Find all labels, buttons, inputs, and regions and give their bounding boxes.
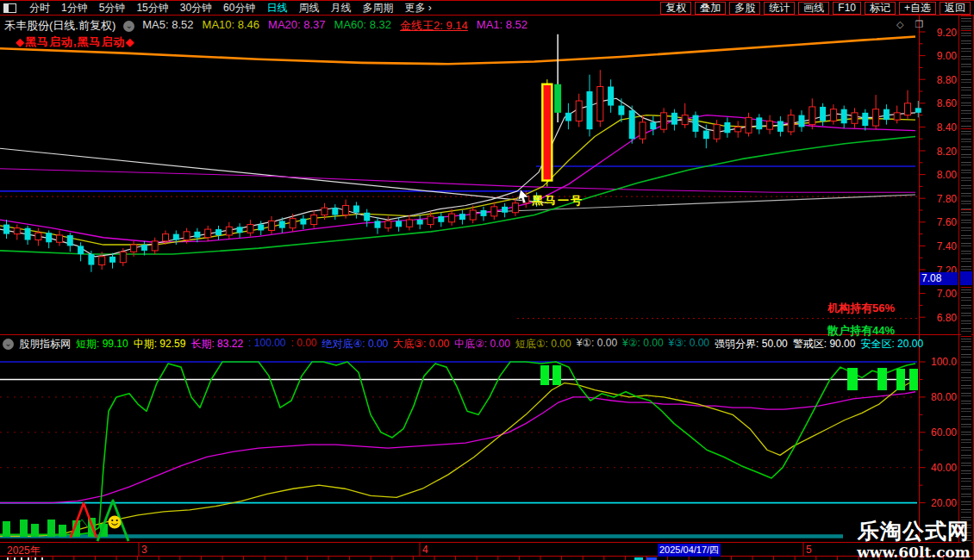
date-label: 3 — [141, 544, 147, 556]
watermark-url: www.60lt.com — [856, 544, 971, 560]
right-edge-strip[interactable] — [958, 16, 973, 543]
indicator-stat: ¥②: 0.00 — [622, 337, 663, 352]
indicator-tick-label: 100.0 — [922, 356, 957, 368]
top-toolbar: 分时1分钟5分钟15分钟30分钟60分钟日线周线月线多周期更多 › 复权叠加多股… — [0, 0, 974, 16]
toolbar-button-+自选[interactable]: +自选 — [899, 2, 936, 15]
layout-split-icon[interactable] — [3, 3, 16, 13]
ma-label: MA60: 8.32 — [334, 18, 392, 34]
indicator-stat: : 100.00 — [248, 337, 285, 352]
indicator-stat: 长期: 83.22 — [190, 337, 243, 352]
strip-segment[interactable] — [961, 287, 971, 336]
indicator-tick-label: 80.00 — [922, 391, 957, 403]
indicator-stat: 中底②: 0.00 — [454, 337, 510, 352]
toolbar-button-标记[interactable]: 标记 — [865, 2, 896, 15]
strip-segment[interactable] — [961, 16, 971, 30]
indicator-stat: 绝对底④: 0.00 — [322, 337, 389, 352]
toolbar-item-日线[interactable]: 日线 — [266, 1, 287, 16]
ma-label: MA5: 8.52 — [142, 18, 193, 34]
price-tick-label: 8.00 — [922, 169, 957, 181]
indicator-source: 股朋指标网 — [19, 337, 71, 352]
institution-holding-label: 机构持有56% — [827, 301, 895, 316]
indicator-stat: 强弱分界: 50.00 — [715, 337, 788, 352]
indicator-stat: 安全区: 20.00 — [860, 337, 923, 352]
price-tick-label: 8.20 — [922, 146, 957, 158]
date-label: 4 — [422, 544, 428, 556]
toolbar-item-60分钟[interactable]: 60分钟 — [223, 1, 255, 16]
toolbar-item-分时[interactable]: 分时 — [29, 1, 50, 16]
toolbar-button-返回[interactable]: 返回 — [940, 2, 971, 15]
indicator-stat: ¥③: 0.00 — [669, 337, 709, 352]
toolbar-button-统计[interactable]: 统计 — [764, 2, 795, 15]
ma-label: MA10: 8.46 — [203, 18, 260, 34]
strip-segment[interactable] — [961, 336, 971, 543]
indicator-header: ⌄ 股朋指标网 短期: 99.10中期: 92.59长期: 83.22: 100… — [3, 337, 923, 352]
indicator-stat: 短底①: 0.00 — [515, 337, 571, 352]
date-label: 2025年 — [7, 544, 41, 558]
price-tick-label: 9.20 — [922, 27, 957, 39]
date-label: 5 — [806, 544, 812, 556]
toolbar-button-画线[interactable]: 画线 — [798, 2, 829, 15]
watermark-site-name: 乐淘公式网 — [856, 517, 971, 545]
ma-label: MA20: 8.37 — [268, 18, 326, 34]
indicator-stat: 中期: 92.59 — [134, 337, 186, 352]
strip-segment[interactable] — [961, 209, 971, 271]
toolbar-button-F10[interactable]: F10 — [833, 2, 861, 15]
indicator-stat: ¥①: 0.00 — [577, 337, 617, 352]
toolbar-button-复权[interactable]: 复权 — [660, 2, 691, 15]
indicator-tick-label: 60.00 — [922, 426, 957, 439]
strip-segment[interactable] — [961, 128, 971, 209]
strip-highlight — [960, 271, 972, 285]
stock-chart-canvas[interactable] — [0, 0, 974, 560]
ma-label: 金线王2: 9.14 — [400, 18, 468, 34]
chevron-down-icon[interactable]: ⌄ — [123, 21, 134, 32]
signal-text: ◆黑马启动,黑马启动◆ — [16, 34, 135, 50]
indicator-stat: 短期: 99.10 — [76, 337, 128, 352]
price-tick-label: 7.80 — [922, 193, 957, 205]
crosshair-price-tag: 7.08 — [920, 272, 958, 285]
toolbar-item-15分钟[interactable]: 15分钟 — [136, 1, 168, 16]
watermark: 乐淘公式网 www.60lt.com — [856, 517, 971, 560]
toolbar-button-多股[interactable]: 多股 — [729, 2, 760, 15]
toolbar-item-月线[interactable]: 月线 — [330, 1, 351, 16]
ma-label: MA1: 8.52 — [477, 18, 528, 34]
price-tick-label: 8.40 — [922, 121, 957, 134]
price-tick-label: 8.80 — [922, 74, 957, 86]
chart-title-row: 禾丰股份(日线.前复权) ⌄ MA5: 8.52MA10: 8.46MA20: … — [4, 18, 528, 34]
toolbar-item-1分钟[interactable]: 1分钟 — [61, 1, 88, 16]
toolbar-item-周线[interactable]: 周线 — [298, 1, 319, 16]
price-tick-label: 7.60 — [922, 216, 957, 228]
ma-values: MA5: 8.52MA10: 8.46MA20: 8.37MA60: 8.32金… — [142, 18, 528, 34]
toolbar-button-叠加[interactable]: 叠加 — [695, 2, 726, 15]
toolbar-item-5分钟[interactable]: 5分钟 — [99, 1, 126, 16]
price-tick-label: 7.40 — [922, 240, 957, 252]
toolbar-item-更多 ›[interactable]: 更多 › — [404, 1, 431, 16]
indicator-stat: 警戒区: 90.00 — [793, 337, 856, 352]
chart-annotation: 黑马一号 — [532, 193, 584, 208]
price-tick-label: 6.80 — [922, 312, 957, 324]
toolbar-item-多周期[interactable]: 多周期 — [362, 1, 393, 16]
price-tick-label: 9.00 — [922, 50, 957, 62]
price-tick-label: 8.60 — [922, 97, 957, 109]
indicator-stat: 大底③: 0.00 — [393, 337, 449, 352]
stock-title: 禾丰股份(日线.前复权) — [4, 18, 116, 34]
app-window: 分时1分钟5分钟15分钟30分钟60分钟日线周线月线多周期更多 › 复权叠加多股… — [0, 0, 974, 560]
date-highlight: 2025/04/17/四 — [658, 544, 721, 557]
price-tick-label: 7.00 — [922, 288, 957, 300]
indicator-tick-label: 20.00 — [922, 497, 957, 509]
strip-segment[interactable] — [961, 30, 971, 128]
date-axis[interactable]: 2025年342025/04/17/四5 — [0, 543, 974, 557]
indicator-stat: : 0.00 — [290, 337, 316, 352]
indicator-stats: 短期: 99.10中期: 92.59长期: 83.22: 100.00: 0.0… — [76, 337, 923, 352]
toolbar-item-30分钟[interactable]: 30分钟 — [180, 1, 212, 16]
indicator-tick-label: 40.00 — [922, 462, 957, 474]
chevron-down-icon[interactable]: ⌄ — [3, 339, 14, 350]
